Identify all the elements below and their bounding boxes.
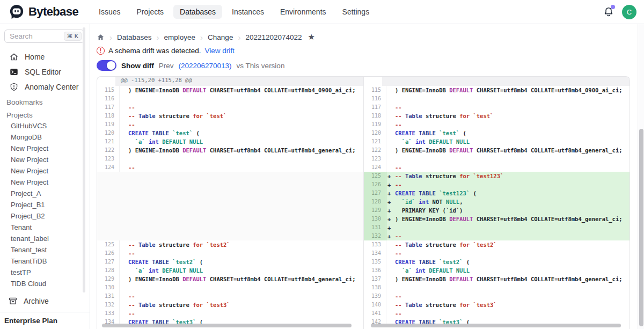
code-cell xyxy=(120,223,363,232)
diff-marker xyxy=(387,103,395,112)
sidebar-project-item[interactable]: New Project xyxy=(0,177,90,188)
view-drift-link[interactable]: View drift xyxy=(205,47,235,55)
breadcrumb-item-databases[interactable]: Databases xyxy=(117,33,152,41)
code-cell: ) ENGINE=InnoDB DEFAULT CHARSET=utf8mb4 … xyxy=(386,275,630,283)
diff-marker xyxy=(121,283,128,292)
sidebar-project-item[interactable]: New Project xyxy=(0,143,90,154)
breadcrumb-separator: › xyxy=(157,33,159,42)
line-number: 131 xyxy=(97,292,120,301)
sidebar-project-item[interactable]: Project_B2 xyxy=(0,210,90,222)
code-cell xyxy=(386,283,630,292)
code-cell: -- xyxy=(120,249,363,258)
sidebar-section-projects[interactable]: Projects xyxy=(0,107,90,120)
diff-marker xyxy=(121,292,128,301)
diff-code-line: 117-- xyxy=(364,103,630,112)
code-cell: -- Table structure for `test3` xyxy=(386,301,630,309)
sidebar-project-item[interactable]: Project_B1 xyxy=(0,199,90,210)
anomaly-center-icon xyxy=(9,82,19,92)
diff-marker xyxy=(121,223,128,232)
nav-item-projects[interactable]: Projects xyxy=(130,5,171,19)
code-cell: -- Table structure for `test2` xyxy=(386,240,630,249)
sidebar-project-item[interactable]: TiDB Cloud xyxy=(0,278,90,289)
sidebar-project-item[interactable]: tenant_label xyxy=(0,233,90,244)
sidebar-project-item[interactable]: Tenant xyxy=(0,222,90,233)
line-number: 118 xyxy=(97,112,120,120)
sidebar-item-sql-editor[interactable]: SQL Editor xyxy=(0,64,90,79)
sidebar-project-item[interactable]: New Project xyxy=(0,165,90,177)
line-number: 117 xyxy=(97,103,120,112)
nav-item-instances[interactable]: Instances xyxy=(225,5,270,19)
code-cell: `a` int DEFAULT NULL xyxy=(120,266,363,275)
nav-item-issues[interactable]: Issues xyxy=(92,5,127,19)
sidebar-project-item[interactable]: GitHubVCS xyxy=(0,120,90,131)
diff-code-line: 126-- xyxy=(97,249,363,258)
line-number xyxy=(97,198,120,206)
nav-item-environments[interactable]: Environments xyxy=(274,5,333,19)
horizontal-scrollbar[interactable] xyxy=(371,324,621,327)
sidebar-project-item[interactable]: New Project xyxy=(0,154,90,165)
diff-code-line: 115) ENGINE=InnoDB DEFAULT CHARSET=utf8m… xyxy=(97,86,363,94)
diff-code-line: 123 xyxy=(97,155,363,163)
bookmark-star-icon[interactable]: ★ xyxy=(308,32,315,42)
sidebar-item-home[interactable]: Home xyxy=(0,49,90,64)
line-number xyxy=(97,232,120,240)
search-input[interactable]: Search ⌘ K xyxy=(4,30,84,43)
breadcrumb-item-change[interactable]: Change xyxy=(208,33,233,41)
code-cell: + PRIMARY KEY (`id`) xyxy=(386,206,630,215)
line-number xyxy=(97,223,120,232)
code-cell: -- Table structure for `test` xyxy=(386,112,630,120)
diff-marker xyxy=(387,275,395,283)
breadcrumb-home-icon[interactable] xyxy=(97,33,105,41)
diff-code-line: 134-- xyxy=(364,249,630,258)
sidebar-item-anomaly-center[interactable]: Anomaly Center xyxy=(0,79,90,94)
code-cell: -- xyxy=(120,163,363,172)
code-cell xyxy=(120,94,363,103)
code-cell: + xyxy=(386,223,630,232)
sidebar-project-item[interactable]: Project_A xyxy=(0,188,90,199)
main-nav: IssuesProjectsDatabasesInstancesEnvironm… xyxy=(92,5,376,19)
sidebar-project-item[interactable]: MongoDB xyxy=(0,131,90,143)
breadcrumb-item-employee[interactable]: employee xyxy=(164,33,196,41)
bytebase-logo[interactable]: Bytebase xyxy=(9,4,78,20)
code-cell xyxy=(120,198,363,206)
notifications-button[interactable] xyxy=(603,6,614,18)
avatar[interactable]: C xyxy=(622,5,636,19)
sidebar-scrollbar[interactable] xyxy=(83,27,85,293)
show-diff-toggle[interactable] xyxy=(97,60,116,71)
diff-marker xyxy=(387,163,395,172)
hunk-header-text xyxy=(382,77,630,86)
code-cell: CREATE TABLE `test` ( xyxy=(386,129,630,137)
hunk-header-row xyxy=(364,77,630,86)
sidebar-section-bookmarks[interactable]: Bookmarks xyxy=(0,94,90,107)
line-number: 117 xyxy=(364,103,386,112)
line-number: 119 xyxy=(97,120,120,129)
diff-marker xyxy=(121,249,128,258)
line-number: 130 xyxy=(97,283,120,292)
code-cell: + `id` int NOT NULL, xyxy=(386,198,630,206)
sidebar-project-item[interactable]: testTP xyxy=(0,267,90,278)
diff-marker xyxy=(121,215,128,223)
line-number: 128 xyxy=(364,198,386,206)
page-scrollbar-track[interactable] xyxy=(638,24,644,329)
sidebar-project-item[interactable]: TenantTiDB xyxy=(0,255,90,267)
diff-code-line: 121 `a` int DEFAULT NULL xyxy=(364,137,630,146)
page-scrollbar-thumb[interactable] xyxy=(639,129,643,326)
breadcrumb-item-version[interactable]: 20221202074022 xyxy=(245,33,302,41)
sidebar-project-item[interactable]: Tenant_test xyxy=(0,244,90,255)
line-number: 140 xyxy=(364,301,386,309)
horizontal-scrollbar[interactable] xyxy=(102,324,352,327)
diff-code-line: 119-- xyxy=(97,120,363,129)
home-icon xyxy=(9,52,19,62)
diff-placeholder-row xyxy=(97,232,363,240)
prev-version-link[interactable]: (202206270013) xyxy=(179,62,232,70)
sidebar-item-archive[interactable]: Archive xyxy=(0,293,90,309)
diff-marker xyxy=(387,301,395,309)
sidebar-item-label: Home xyxy=(25,53,45,61)
diff-marker xyxy=(121,189,128,198)
nav-item-databases[interactable]: Databases xyxy=(173,5,222,19)
nav-item-settings[interactable]: Settings xyxy=(336,5,376,19)
diff-marker xyxy=(387,86,395,94)
line-number: 129 xyxy=(364,206,386,215)
code-cell: -- xyxy=(386,309,630,318)
line-number: 123 xyxy=(97,155,120,163)
